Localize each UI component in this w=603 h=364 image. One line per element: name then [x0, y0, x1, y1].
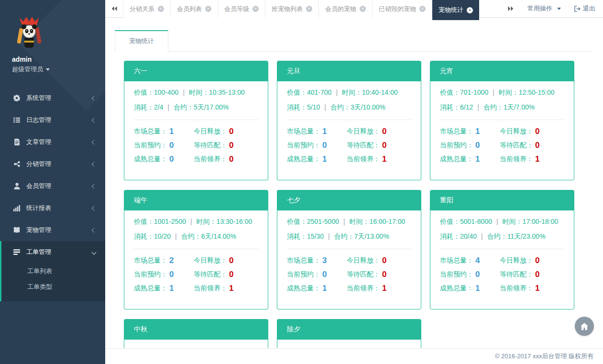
card-header: 重阳 — [430, 190, 574, 210]
consume-contract-line: 消耗：20/40|合约：11天/23.00% — [440, 232, 564, 241]
sidebar-subitem-label: 工单类型 — [27, 283, 52, 290]
chevron-left-icon — [92, 228, 97, 232]
close-icon[interactable]: × — [252, 6, 259, 12]
tab-label: 会员的宠物 — [325, 5, 356, 13]
article-icon — [13, 139, 21, 145]
close-icon[interactable]: × — [205, 6, 211, 12]
sidebar-item[interactable]: 宠物管理 — [0, 219, 105, 241]
card-stats: 市场总量： 3 今日释放： 0 当前预约： 0 等待匹配： 0 成熟总量： 1 … — [287, 256, 411, 293]
logout-label: 退出 — [583, 4, 595, 13]
tab-pet-statistics[interactable]: 宠物统计 — [115, 30, 168, 52]
stat-label: 等待匹配： — [194, 141, 227, 150]
role-dropdown[interactable]: 超级管理员 — [12, 65, 105, 74]
caret-down-icon — [557, 8, 561, 10]
chevron-left-icon — [92, 118, 97, 122]
stat-value: 0 — [475, 270, 480, 279]
pet-icon — [13, 227, 21, 233]
sidebar-subitem[interactable]: 工单列表 — [1, 263, 105, 279]
sidebar-item-label: 工单管理 — [26, 248, 51, 256]
stat-value: 0 — [475, 141, 480, 150]
value-time-line: 价值：2501-5000|时间：16:00-17:00 — [287, 218, 411, 226]
username: admin — [12, 55, 105, 63]
stat-label: 当前预约： — [134, 270, 167, 279]
festival-card: 元旦 价值：401-700|时间：10:40-14:00 消耗：5/10|合约：… — [277, 61, 421, 180]
close-icon[interactable]: × — [360, 6, 366, 12]
stat-label: 今日释放： — [347, 127, 380, 136]
close-icon[interactable]: × — [419, 6, 426, 12]
back-to-top-button[interactable] — [575, 317, 594, 336]
stat-cell: 当前预约： 0 — [134, 141, 194, 150]
stat-cell: 市场总量： 2 — [134, 256, 194, 265]
stat-label: 今日释放： — [500, 127, 533, 136]
stat-cell: 当前领养： 1 — [194, 284, 258, 293]
tabs-scroll-left-button[interactable] — [105, 0, 123, 17]
common-operations-dropdown[interactable]: 常用操作 — [527, 4, 561, 13]
card-header: 中秋 — [124, 320, 268, 340]
stat-value: 1 — [535, 154, 539, 164]
card-stats: 市场总量： 2 今日释放： 0 当前预约： 0 等待匹配： 0 成熟总量： 1 … — [134, 256, 258, 293]
stat-value: 3 — [322, 256, 327, 265]
stat-value: 1 — [322, 284, 327, 293]
stat-label: 成熟总量： — [440, 155, 473, 164]
topbar-tab[interactable]: 宠物统计 × — [432, 0, 479, 20]
sidebar-item[interactable]: 分销管理 — [0, 153, 105, 175]
close-icon[interactable]: × — [467, 7, 473, 13]
sidebar-item[interactable]: 日志管理 — [0, 109, 105, 131]
sidebar-subitem[interactable]: 工单类型 — [1, 279, 105, 295]
topbar-tab[interactable]: 会员的宠物 × — [319, 0, 373, 18]
stat-cell: 当前领养： 1 — [500, 284, 564, 293]
stat-label: 等待匹配： — [194, 270, 227, 279]
stat-value: 0 — [535, 270, 539, 279]
sidebar-item[interactable]: 统计报表 — [0, 197, 105, 219]
stat-label: 当前领养： — [347, 155, 380, 164]
sidebar-item-label: 会员管理 — [26, 182, 51, 190]
stat-cell: 成熟总量： 1 — [440, 154, 500, 164]
tabs-scroll-right-button[interactable] — [507, 6, 514, 11]
card-divider — [134, 120, 258, 120]
stat-value: 1 — [322, 154, 327, 164]
stat-value: 0 — [535, 256, 539, 265]
chevron-left-icon — [92, 162, 97, 166]
topbar-tab[interactable]: 抢宠物列表 × — [265, 0, 319, 18]
logout-button[interactable]: 退出 — [574, 4, 595, 13]
sidebar-item-label: 文章管理 — [26, 138, 51, 146]
stat-value: 0 — [382, 270, 386, 279]
stat-label: 市场总量： — [440, 127, 473, 136]
sidebar-item-workorder[interactable]: 工单管理 — [1, 241, 105, 263]
close-icon[interactable]: × — [306, 6, 312, 12]
stat-label: 今日释放： — [194, 256, 227, 265]
sidebar-submenu: 工单列表 工单类型 — [1, 263, 105, 301]
navbar-right: 常用操作 退出 — [507, 0, 603, 17]
close-icon[interactable]: × — [158, 6, 164, 12]
value-time-line: 价值：701-1000|时间：12:50-15:00 — [440, 88, 564, 97]
stat-cell: 今日释放： 0 — [347, 127, 411, 136]
sidebar-item-label: 统计报表 — [26, 204, 51, 212]
sidebar-item[interactable]: 会员管理 — [0, 175, 105, 197]
consume-contract-line: 消耗：2/4|合约：5天/17.00% — [134, 103, 258, 112]
stat-value: 1 — [475, 127, 480, 136]
sidebar-item[interactable]: 文章管理 — [0, 131, 105, 153]
stat-label: 当前预约： — [440, 141, 473, 150]
stat-label: 等待匹配： — [347, 141, 380, 150]
stat-label: 成熟总量： — [134, 155, 167, 164]
topbar-tab[interactable]: 会员列表 × — [171, 0, 218, 18]
stat-cell: 当前预约： 0 — [287, 270, 347, 279]
card-divider — [287, 120, 411, 120]
topbar-tab[interactable]: 会员等级 × — [218, 0, 265, 18]
stat-value: 1 — [382, 284, 386, 293]
stat-cell: 成熟总量： 1 — [134, 284, 194, 293]
tab-label: 分销关系 — [130, 5, 154, 13]
stat-value: 0 — [322, 141, 327, 150]
card-header: 六一 — [124, 61, 268, 81]
topbar-tab[interactable]: 分销关系 × — [123, 0, 171, 18]
stat-value: 0 — [169, 141, 174, 150]
festival-card: 元宵 价值：701-1000|时间：12:50-15:00 消耗：6/12|合约… — [430, 61, 574, 180]
profile-panel: admin 超级管理员 — [0, 0, 105, 74]
stat-cell: 等待匹配： 0 — [347, 141, 411, 150]
stat-label: 市场总量： — [134, 256, 167, 265]
sidebar: admin 超级管理员 系统管理 日志管理 文章管理 分销管理 会员管理 统计报… — [0, 0, 105, 364]
card-stats: 市场总量： 1 今日释放： 0 当前预约： 0 等待匹配： 0 成熟总量： 1 … — [287, 127, 411, 164]
stat-label: 今日释放： — [194, 127, 227, 136]
topbar-tab[interactable]: 已销毁的宠物 × — [373, 0, 432, 18]
sidebar-subitem-label: 工单列表 — [27, 267, 52, 275]
